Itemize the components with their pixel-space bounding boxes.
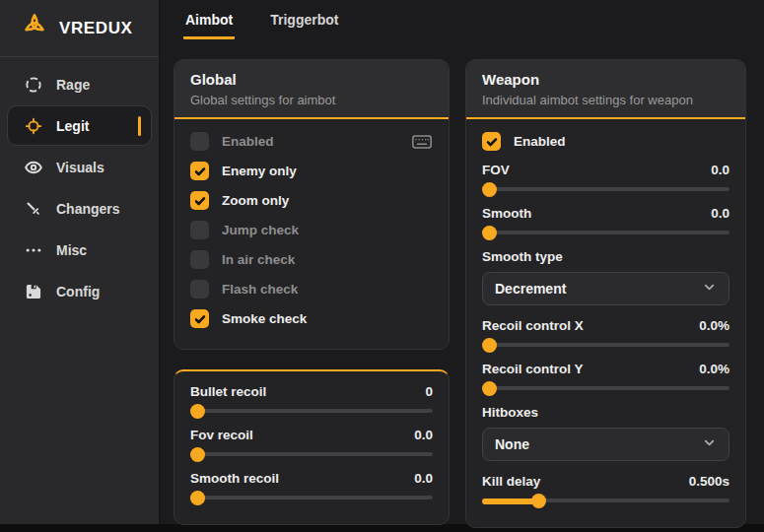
sidebar-item-visuals[interactable]: Visuals (7, 147, 152, 187)
dots-icon (24, 240, 43, 260)
checkbox-in-air-check[interactable] (190, 250, 209, 269)
slider-value: 0.0 (711, 206, 729, 221)
checkbox-row-enemy-only: Enemy only (190, 162, 433, 180)
logo-row: VREDUX (0, 0, 159, 56)
checkbox-row-smoke-check: Smoke check (190, 309, 433, 328)
slider-group-fov: FOV 0.0 (482, 163, 729, 197)
recoil-panel-body: Bullet recoil 0 Fov recoil 0.0 (174, 371, 449, 524)
slider-value: 0.0 (711, 163, 729, 177)
recoil-panel: Bullet recoil 0 Fov recoil 0.0 (174, 369, 450, 525)
slider-group-recoil-x: Recoil control X 0.0% (482, 318, 729, 353)
checkbox-label: Flash check (222, 282, 298, 297)
checkbox-jump-check[interactable] (190, 221, 209, 239)
slider-thumb[interactable] (190, 404, 205, 419)
slider-thumb[interactable] (190, 447, 205, 462)
sidebar-item-changers[interactable]: Changers (7, 188, 152, 229)
checkbox-label: Enabled (222, 134, 274, 149)
sidebar-item-label: Rage (56, 77, 90, 93)
slider-thumb[interactable] (531, 494, 546, 508)
slider-label: Smooth (482, 206, 531, 221)
sidebar-item-rage[interactable]: Rage (7, 64, 152, 104)
checkbox-weapon-enabled[interactable] (482, 132, 501, 151)
smooth-recoil-slider[interactable] (190, 491, 433, 505)
sidebar-item-legit[interactable]: Legit (7, 105, 152, 146)
right-column: Weapon Individual aimbot settings for we… (465, 59, 746, 528)
tab-triggerbot[interactable]: Triggerbot (268, 12, 340, 39)
slider-value: 0.0 (414, 428, 433, 442)
slider-value: 0.500s (689, 474, 729, 489)
panel-subtitle: Global settings for aimbot (190, 93, 433, 107)
sidebar-nav: Rage Legit (0, 57, 159, 319)
tab-aimbot[interactable]: Aimbot (183, 12, 235, 39)
checkbox-label: Enabled (514, 134, 566, 149)
checkbox-label: Jump check (222, 223, 299, 237)
checkbox-flash-check[interactable] (190, 280, 209, 299)
checkbox-enabled[interactable] (190, 132, 209, 151)
slider-thumb[interactable] (482, 381, 497, 396)
hitboxes-label: Hitboxes (482, 405, 729, 420)
kill-delay-slider[interactable] (482, 494, 729, 508)
recoil-control-x-slider[interactable] (482, 338, 729, 353)
slider-thumb[interactable] (190, 491, 205, 505)
slider-label: Recoil control Y (482, 362, 584, 376)
slider-group-fov-recoil: Fov recoil 0.0 (190, 428, 433, 462)
checkbox-row-zoom-only: Zoom only (190, 191, 433, 210)
slider-thumb[interactable] (482, 226, 497, 240)
weapon-panel-body: Enabled FOV 0.0 Smooth (466, 119, 745, 527)
slider-label: Bullet recoil (190, 384, 266, 399)
bullet-recoil-slider[interactable] (190, 404, 433, 419)
fov-recoil-slider[interactable] (190, 447, 433, 462)
checkbox-enemy-only[interactable] (190, 162, 209, 180)
slider-label: Smooth recoil (190, 471, 279, 486)
checkbox-row-enabled: Enabled (190, 132, 433, 151)
panel-title: Weapon (482, 71, 729, 88)
weapon-panel: Weapon Individual aimbot settings for we… (465, 59, 746, 528)
checkbox-row-jump-check: Jump check (190, 221, 433, 239)
target-icon (24, 116, 43, 136)
triquetra-knot-icon (20, 12, 49, 45)
content-area: Global Global settings for aimbot Enable… (160, 39, 764, 528)
checkbox-label: Zoom only (222, 193, 289, 208)
sidebar-item-label: Misc (56, 242, 87, 258)
checkbox-smoke-check[interactable] (190, 309, 209, 328)
brand-title: VREDUX (59, 19, 132, 38)
sidebar-item-misc[interactable]: Misc (7, 230, 152, 270)
checkbox-row-in-air-check: In air check (190, 250, 433, 269)
main-content: Aimbot Triggerbot Global Global settings… (160, 0, 764, 524)
slider-label: Kill delay (482, 474, 540, 489)
sidebar-item-label: Visuals (56, 160, 104, 175)
chevron-down-icon (702, 435, 717, 454)
panel-subtitle: Individual aimbot settings for weapon (482, 93, 729, 107)
rage-crosshair-icon (24, 75, 43, 95)
slider-value: 0 (425, 384, 433, 399)
fov-slider[interactable] (482, 182, 729, 197)
smooth-type-select[interactable]: Decrement (482, 272, 729, 305)
checkbox-label: In air check (222, 252, 295, 267)
select-value: Decrement (495, 281, 566, 297)
checkbox-row-flash-check: Flash check (190, 280, 433, 299)
save-icon (24, 282, 43, 301)
eye-icon (24, 158, 43, 177)
slider-group-recoil-y: Recoil control Y 0.0% (482, 362, 729, 396)
chevron-down-icon (702, 280, 717, 299)
sidebar: VREDUX Rage (0, 0, 160, 524)
sidebar-item-config[interactable]: Config (7, 271, 152, 311)
smooth-slider[interactable] (482, 226, 729, 240)
recoil-control-y-slider[interactable] (482, 381, 729, 396)
checkbox-zoom-only[interactable] (190, 191, 209, 210)
panel-title: Global (190, 71, 433, 88)
sidebar-item-label: Config (56, 284, 100, 299)
hitboxes-select[interactable]: None (482, 428, 729, 461)
global-panel-body: Enabled (174, 119, 449, 349)
sword-icon (24, 199, 43, 219)
slider-group-smooth: Smooth 0.0 (482, 206, 729, 240)
slider-thumb[interactable] (482, 338, 497, 353)
tab-bar: Aimbot Triggerbot (160, 0, 764, 39)
slider-thumb[interactable] (482, 182, 497, 197)
checkbox-label: Enemy only (222, 164, 297, 178)
slider-label: Recoil control X (482, 318, 584, 333)
sidebar-item-label: Legit (56, 118, 89, 134)
keyboard-icon[interactable] (411, 133, 433, 151)
left-column: Global Global settings for aimbot Enable… (174, 59, 450, 528)
select-value: None (495, 436, 529, 452)
